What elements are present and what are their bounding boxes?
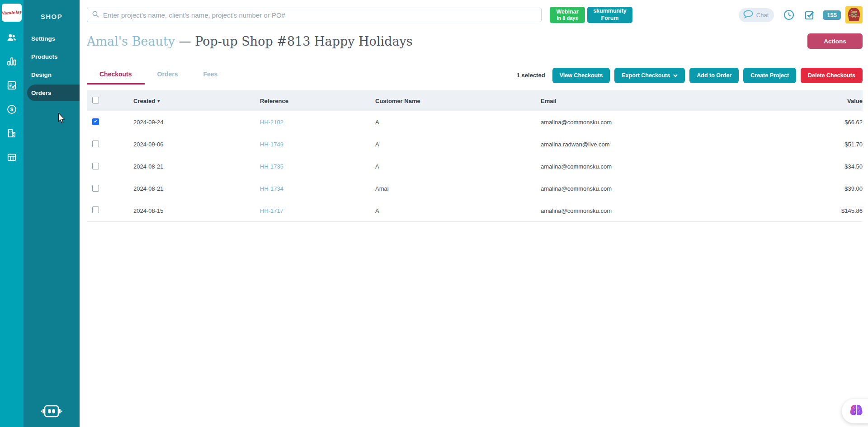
cell-customer: A [375,163,541,170]
title-row: Amal's Beauty — Pop-up Shop #813 Happy H… [87,33,863,49]
cell-email: amalina@commonsku.com [541,207,804,214]
reference-link[interactable]: HH-1734 [260,185,283,192]
row-checkbox[interactable] [92,206,99,213]
forum-label-1: skummunity [587,8,632,15]
reference-link[interactable]: HH-1717 [260,207,283,214]
reports-icon[interactable] [6,151,18,163]
chat-label: Chat [756,12,769,19]
cell-value: $51.70 [804,141,863,148]
checkout-toolbar: 1 selected View Checkouts Export Checkou… [517,68,863,83]
row-checkbox[interactable] [92,185,99,192]
chat-bubble-icon [743,10,754,20]
forum-button[interactable]: skummunity Forum [587,7,632,23]
actions-button[interactable]: Actions [807,33,863,49]
table-header-row: Created▼ Reference Customer Name Email V… [87,90,863,111]
webinar-sublabel: in 8 days [550,15,585,21]
finance-icon[interactable]: $ [6,103,18,115]
table-row: 2024-09-06 HH-1749 A amalina.radwan@live… [87,133,863,155]
reference-link[interactable]: HH-1749 [260,141,283,148]
cell-value: $39.00 [804,185,863,192]
brain-icon [849,404,863,419]
cell-customer: A [375,207,541,214]
create-project-button[interactable]: Create Project [743,68,796,83]
table-row: 2024-08-21 HH-1735 A amalina@commonsku.c… [87,155,863,178]
client-name-link[interactable]: Amal's Beauty [87,34,175,48]
company-logo[interactable]: Vandelay [2,4,22,22]
column-header-customer[interactable]: Customer Name [375,98,541,104]
view-checkouts-button[interactable]: View Checkouts [552,68,610,83]
companies-icon[interactable] [6,127,18,139]
cell-created: 2024-09-24 [133,119,260,126]
project-search[interactable] [87,8,542,22]
users-icon[interactable] [6,32,18,43]
cell-email: amalina@commonsku.com [541,163,804,170]
webinar-label: Webinar [550,9,585,15]
export-checkouts-label: Export Checkouts [622,72,670,79]
selected-count: 1 selected [517,72,545,79]
notification-count-badge[interactable]: 155 [823,10,841,20]
cell-value: $34.50 [804,163,863,170]
search-input[interactable] [103,11,541,19]
svg-text:$: $ [10,107,14,112]
cell-customer: A [375,119,541,126]
select-all-checkbox[interactable] [92,97,99,103]
sidebar-item-settings[interactable]: Settings [24,30,80,47]
export-checkouts-button[interactable]: Export Checkouts [614,68,685,83]
main-content: Webinar in 8 days skummunity Forum Chat … [80,0,868,427]
sort-desc-icon: ▼ [156,99,160,103]
avatar[interactable] [845,6,863,23]
column-header-value[interactable]: Value [804,98,863,104]
delete-checkouts-button[interactable]: Delete Checkouts [801,68,863,83]
chat-button[interactable]: Chat [739,8,774,22]
analytics-icon[interactable] [6,56,18,67]
cell-email: amalina@commonsku.com [541,119,804,126]
tab-orders[interactable]: Orders [145,66,191,84]
cell-email: amalina.radwan@live.com [541,141,804,148]
cell-value: $145.86 [804,207,863,214]
checkouts-table: Created▼ Reference Customer Name Email V… [87,90,863,222]
column-header-created[interactable]: Created▼ [133,98,260,104]
project-title: Pop-up Shop #813 Happy Holidays [195,34,412,48]
cell-email: amalina@commonsku.com [541,185,804,192]
chevron-down-icon [673,72,678,79]
tasks-icon[interactable] [804,9,816,21]
skubot-icon[interactable] [41,403,62,422]
tab-checkouts[interactable]: Checkouts [87,66,145,84]
search-icon [92,10,99,20]
cell-customer: A [375,141,541,148]
cell-created: 2024-09-06 [133,141,260,148]
cell-created: 2024-08-15 [133,207,260,214]
row-checkbox[interactable] [92,163,99,169]
shop-sidebar: SHOP Settings Products Design Orders [24,0,80,427]
row-checkbox[interactable] [92,141,99,147]
page-title: Amal's Beauty — Pop-up Shop #813 Happy H… [87,34,413,48]
cell-created: 2024-08-21 [133,185,260,192]
column-header-reference[interactable]: Reference [260,98,375,104]
table-row: 2024-09-24 HH-2102 A amalina@commonsku.c… [87,111,863,133]
title-separator: — [175,34,195,48]
tab-fees[interactable]: Fees [191,66,231,84]
ai-assistant-button[interactable] [842,399,868,423]
shop-nav: Settings Products Design Orders [24,30,80,101]
cell-customer: Amal [375,185,541,192]
app-window: Vandelay $ SHOP Setting [0,0,868,427]
table-row: 2024-08-21 HH-1734 Amal amalina@commonsk… [87,178,863,200]
row-checkbox[interactable] [92,118,99,125]
clock-icon[interactable] [783,9,795,21]
table-row: 2024-08-15 HH-1717 A amalina@commonsku.c… [87,200,863,222]
tabs-row: Checkouts Orders Fees 1 selected View Ch… [87,66,863,84]
webinar-button[interactable]: Webinar in 8 days [550,7,585,23]
sidebar-item-orders[interactable]: Orders [27,84,80,101]
topbar: Webinar in 8 days skummunity Forum Chat … [87,6,863,23]
reference-link[interactable]: HH-2102 [260,119,283,126]
cell-created: 2024-08-21 [133,163,260,170]
sidebar-item-products[interactable]: Products [24,48,80,65]
reference-link[interactable]: HH-1735 [260,163,283,170]
column-header-email[interactable]: Email [541,98,804,104]
icon-rail: Vandelay $ [0,0,24,427]
rail-icons: $ [6,32,18,175]
sidebar-item-design[interactable]: Design [24,66,80,83]
add-to-order-button[interactable]: Add to Order [689,68,739,83]
tabs: Checkouts Orders Fees [87,66,230,84]
orders-icon[interactable] [6,80,18,91]
